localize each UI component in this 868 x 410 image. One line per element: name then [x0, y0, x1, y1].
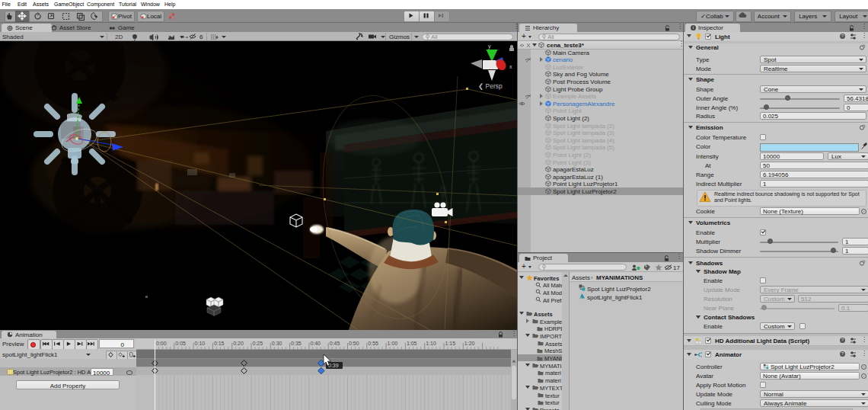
- svg-text:y: y: [488, 43, 491, 50]
- svg-text:x: x: [509, 64, 512, 69]
- svg-text:❮ Persp: ❮ Persp: [478, 82, 503, 91]
- svg-text:0:39: 0:39: [328, 363, 339, 368]
